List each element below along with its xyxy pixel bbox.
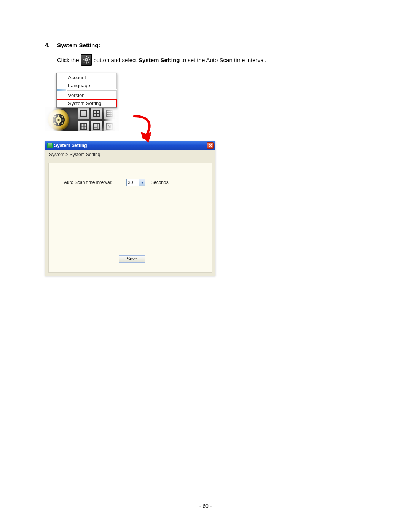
svg-rect-16 [106, 110, 112, 117]
breadcrumb: System > System Setting [45, 150, 215, 160]
svg-rect-6 [62, 120, 64, 121]
instruction-bold: System Setting [139, 57, 180, 63]
svg-marker-37 [141, 182, 144, 184]
layout-2x2-button[interactable] [91, 108, 102, 119]
layout-mixed-button[interactable] [91, 121, 102, 131]
svg-point-11 [57, 119, 60, 121]
svg-point-1 [86, 59, 87, 60]
scan-interval-label: Auto Scan time interval: [64, 180, 121, 185]
page-number: - 60 - [0, 503, 411, 509]
section-heading: 4. System Setting: [45, 42, 366, 48]
menu-item-account[interactable]: Account [57, 73, 117, 81]
context-menu: Account Language Version System Setting [56, 73, 117, 108]
instruction-pre: Click the [57, 57, 79, 63]
svg-rect-4 [58, 123, 59, 125]
layout-1x1-button[interactable] [78, 108, 89, 119]
layout-3x3-button[interactable] [104, 108, 115, 119]
toolbar-strip: N [45, 107, 119, 131]
svg-rect-9 [54, 122, 56, 124]
close-button[interactable] [207, 142, 214, 149]
gear-icon [53, 114, 64, 126]
dialog-body: Auto Scan time interval: 30 Seconds Save [48, 163, 212, 273]
instruction-mid: button and select [94, 57, 137, 63]
scan-interval-select[interactable]: 30 [126, 179, 145, 186]
menu-item-version[interactable]: Version [57, 91, 117, 99]
layout-4x4-button[interactable] [78, 121, 89, 131]
close-icon [209, 144, 212, 147]
svg-rect-29 [93, 123, 97, 127]
heading-title: System Setting: [57, 42, 100, 48]
system-setting-dialog: System Setting System > System Setting A… [45, 141, 215, 276]
arrow-icon [129, 113, 155, 145]
svg-rect-3 [58, 115, 59, 117]
svg-rect-7 [54, 116, 56, 118]
dialog-title: System Setting [54, 143, 87, 148]
menu-separator [67, 90, 117, 91]
svg-rect-12 [80, 110, 86, 117]
save-button[interactable]: Save [119, 255, 145, 263]
menu-item-language[interactable]: Language [57, 81, 117, 89]
scan-interval-value: 30 [127, 180, 139, 185]
menu-screenshot: Account Language Version System Setting [45, 73, 119, 131]
svg-text:N: N [108, 124, 111, 129]
settings-gear-button[interactable] [48, 109, 69, 131]
instruction-post: to set the Auto Scan time interval. [182, 57, 266, 63]
app-icon [47, 143, 53, 148]
heading-number: 4. [45, 42, 53, 48]
instruction-text: Click the button and select System Setti… [57, 54, 366, 66]
svg-rect-8 [61, 116, 63, 118]
gear-icon [81, 54, 92, 66]
svg-rect-5 [53, 120, 55, 121]
scan-interval-units: Seconds [151, 180, 169, 185]
chevron-down-icon [139, 179, 145, 186]
menu-item-system-setting[interactable]: System Setting [57, 99, 117, 107]
layout-n-button[interactable]: N [104, 121, 115, 131]
svg-rect-28 [93, 123, 99, 129]
svg-rect-10 [61, 122, 63, 124]
